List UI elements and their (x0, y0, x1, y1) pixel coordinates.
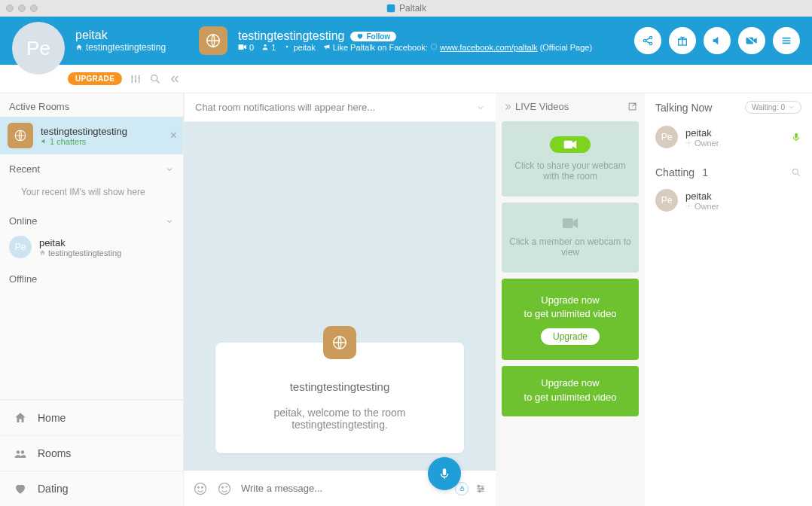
chatting-count: 1 (702, 166, 708, 178)
globe-icon (430, 43, 438, 50)
user-role: Owner (685, 139, 719, 148)
user-name: peitak (685, 127, 719, 139)
app-icon (386, 3, 396, 14)
camera-icon (563, 140, 577, 149)
view-webcam-tile[interactable]: Click a member on webcam to view (502, 203, 639, 273)
video-column: LIVE Videos Click to share your webcam w… (496, 93, 645, 506)
webcam-button[interactable] (550, 136, 591, 153)
svg-rect-23 (460, 488, 464, 490)
chat-column: Chat room notifications will appear here… (184, 93, 496, 506)
home-icon (75, 44, 83, 51)
upgrade-tile-1[interactable]: Upgrade now to get unlimited video Upgra… (502, 279, 639, 360)
waiting-pill[interactable]: Waiting: 0 (745, 101, 801, 114)
menu-button[interactable] (773, 27, 800, 54)
sliders-icon[interactable] (130, 73, 142, 85)
speaker-icon (711, 35, 723, 47)
user-avatar: Pe (9, 236, 32, 258)
sound-button[interactable] (704, 27, 731, 54)
upgrade-tile-2[interactable]: Upgrade now to get unlimited video (502, 366, 639, 416)
mic-icon (438, 467, 451, 480)
subbar: UPGRADE (0, 65, 812, 93)
chatting-user[interactable]: Pe peitak Owner (655, 184, 801, 216)
room-title: testingtestingtesting (238, 29, 344, 43)
nav-rooms[interactable]: Rooms (0, 435, 183, 471)
welcome-card: testingtestingtesting peitak, welcome to… (215, 343, 464, 453)
chatting-header: Chatting 1 (655, 166, 801, 178)
search-icon[interactable] (149, 73, 161, 85)
minimize-window[interactable] (18, 5, 26, 12)
share-button[interactable] (634, 27, 661, 54)
online-section[interactable]: Online (0, 206, 183, 230)
online-user-item[interactable]: Pe peitak testingtestingtesting (0, 230, 183, 264)
room-block: testingtestingtesting Follow 0 1 peitak … (238, 29, 592, 52)
room-icon (8, 123, 33, 148)
svg-point-17 (195, 483, 206, 494)
svg-rect-28 (564, 141, 572, 149)
room-meta: 0 1 peitak Like Paltalk on Facebook: www… (238, 43, 592, 52)
user-name: peitak (685, 191, 719, 202)
svg-point-5 (431, 44, 437, 50)
room-chatters: 1 chatters (41, 137, 127, 146)
follow-button[interactable]: Follow (350, 32, 396, 41)
gift-button[interactable] (669, 27, 696, 54)
home-icon (39, 249, 46, 256)
talking-user[interactable]: Pe peitak Owner (655, 121, 801, 153)
recent-section[interactable]: Recent (0, 154, 183, 178)
recent-hint: Your recent IM's will show here (0, 178, 183, 206)
mic-button[interactable] (428, 457, 461, 490)
svg-point-18 (198, 486, 200, 488)
offline-section[interactable]: Offline (0, 264, 183, 288)
chevron-down-icon (788, 104, 795, 111)
upgrade-button[interactable]: Upgrade (541, 328, 600, 345)
active-room-item[interactable]: testingtestingtesting 1 chatters × (0, 117, 183, 154)
sidebar: Active Rooms testingtestingtesting 1 cha… (0, 93, 184, 506)
notification-bar[interactable]: Chat room notifications will appear here… (184, 93, 496, 122)
nav-home[interactable]: Home (0, 400, 183, 435)
upgrade-badge[interactable]: UPGRADE (68, 72, 122, 85)
svg-point-26 (478, 490, 481, 492)
user-avatar: Pe (655, 126, 678, 148)
message-input[interactable] (241, 483, 446, 494)
user-avatar[interactable]: Pe (12, 22, 65, 75)
sound-icon (41, 138, 47, 145)
room-admin: peitak (283, 43, 315, 52)
heart-icon (356, 32, 364, 40)
traffic-lights (0, 5, 38, 12)
cam-count: 0 (238, 43, 254, 52)
svg-point-14 (17, 450, 20, 454)
svg-rect-2 (239, 44, 244, 50)
zoom-window[interactable] (30, 5, 38, 12)
collapse-icon[interactable] (169, 73, 181, 85)
share-webcam-tile[interactable]: Click to share your webcam with the room (502, 121, 639, 197)
welcome-title: testingtestingtesting (230, 380, 449, 393)
active-rooms-header: Active Rooms (0, 93, 183, 117)
room-icon (199, 26, 227, 55)
svg-rect-0 (387, 5, 395, 13)
user-room[interactable]: testingtestingtesting (75, 42, 188, 53)
megaphone-icon (323, 43, 331, 50)
sticker-icon[interactable] (217, 481, 232, 496)
svg-point-19 (202, 486, 203, 488)
header: Pe peitak testingtestingtesting testingt… (0, 17, 812, 65)
svg-rect-22 (443, 468, 447, 475)
compose-bar (184, 470, 496, 506)
popout-icon[interactable] (627, 102, 637, 111)
close-room-button[interactable]: × (170, 129, 177, 142)
settings-icon[interactable] (475, 483, 487, 495)
username: peitak (75, 29, 188, 42)
user-block: peitak testingtestingtesting (75, 29, 188, 53)
video-off-button[interactable] (738, 27, 765, 54)
gear-icon (685, 203, 692, 209)
globe-icon (14, 129, 27, 142)
rooms-icon (14, 447, 27, 460)
welcome-text-1: peitak, welcome to the room (230, 407, 449, 419)
mic-icon (791, 132, 801, 142)
fb-link[interactable]: www.facebook.com/paltalk (440, 43, 538, 52)
search-icon[interactable] (791, 167, 801, 178)
emoji-icon[interactable] (193, 481, 208, 496)
user-avatar: Pe (655, 189, 678, 212)
nav-dating[interactable]: Dating (0, 471, 183, 506)
chevron-right-icon[interactable] (503, 102, 512, 111)
svg-point-21 (222, 486, 224, 488)
close-window[interactable] (6, 5, 14, 12)
